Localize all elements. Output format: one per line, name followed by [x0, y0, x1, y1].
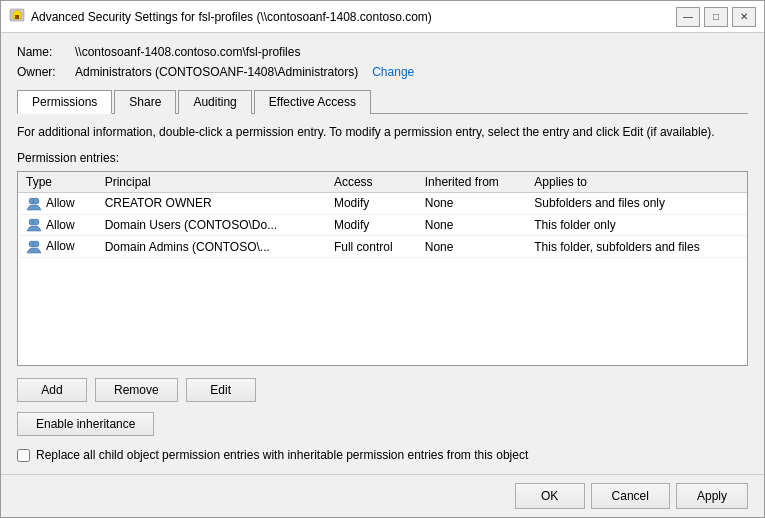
cell-appliesTo: Subfolders and files only: [526, 192, 747, 214]
col-access: Access: [326, 172, 417, 193]
table-row[interactable]: AllowDomain Users (CONTOSO\Do...ModifyNo…: [18, 214, 747, 236]
table-row[interactable]: AllowCREATOR OWNERModifyNoneSubfolders a…: [18, 192, 747, 214]
cell-principal: CREATOR OWNER: [97, 192, 326, 214]
inheritance-row: Enable inheritance: [17, 412, 748, 436]
cell-principal: Domain Admins (CONTOSO\...: [97, 236, 326, 258]
cell-access: Full control: [326, 236, 417, 258]
cell-type: Allow: [18, 214, 97, 236]
table-row[interactable]: AllowDomain Admins (CONTOSO\...Full cont…: [18, 236, 747, 258]
svg-point-7: [33, 241, 39, 247]
minimize-button[interactable]: —: [676, 7, 700, 27]
cell-access: Modify: [326, 192, 417, 214]
dialog-content: Name: \\contosoanf-1408.contoso.com\fsl-…: [1, 33, 764, 474]
cell-inheritedFrom: None: [417, 214, 527, 236]
ok-button[interactable]: OK: [515, 483, 585, 509]
title-bar: Advanced Security Settings for fsl-profi…: [1, 1, 764, 33]
cell-principal: Domain Users (CONTOSO\Do...: [97, 214, 326, 236]
permission-table: Type Principal Access Inherited from App…: [18, 172, 747, 258]
title-bar-left: Advanced Security Settings for fsl-profi…: [9, 7, 432, 26]
col-applies: Applies to: [526, 172, 747, 193]
permission-table-wrapper: Type Principal Access Inherited from App…: [17, 171, 748, 366]
cell-inheritedFrom: None: [417, 236, 527, 258]
cell-type: Allow: [18, 192, 97, 214]
maximize-button[interactable]: □: [704, 7, 728, 27]
tab-effective-access[interactable]: Effective Access: [254, 90, 371, 114]
cell-type: Allow: [18, 236, 97, 258]
permission-entries-label: Permission entries:: [17, 151, 748, 165]
replace-permissions-checkbox[interactable]: [17, 449, 30, 462]
cell-inheritedFrom: None: [417, 192, 527, 214]
description-text: For additional information, double-click…: [17, 124, 748, 141]
enable-inheritance-button[interactable]: Enable inheritance: [17, 412, 154, 436]
tab-auditing[interactable]: Auditing: [178, 90, 251, 114]
cell-access: Modify: [326, 214, 417, 236]
tab-share[interactable]: Share: [114, 90, 176, 114]
name-label: Name:: [17, 45, 67, 59]
svg-rect-1: [15, 15, 19, 19]
svg-point-3: [33, 198, 39, 204]
window-icon: [9, 7, 25, 26]
change-owner-link[interactable]: Change: [372, 65, 414, 79]
window-title: Advanced Security Settings for fsl-profi…: [31, 10, 432, 24]
owner-label: Owner:: [17, 65, 67, 79]
owner-row: Owner: Administrators (CONTOSOANF-1408\A…: [17, 65, 748, 79]
table-header-row: Type Principal Access Inherited from App…: [18, 172, 747, 193]
name-row: Name: \\contosoanf-1408.contoso.com\fsl-…: [17, 45, 748, 59]
tab-permissions[interactable]: Permissions: [17, 90, 112, 114]
close-button[interactable]: ✕: [732, 7, 756, 27]
checkbox-row: Replace all child object permission entr…: [17, 448, 748, 462]
owner-value: Administrators (CONTOSOANF-1408\Administ…: [75, 65, 358, 79]
checkbox-label: Replace all child object permission entr…: [36, 448, 528, 462]
svg-point-5: [33, 219, 39, 225]
remove-button[interactable]: Remove: [95, 378, 178, 402]
edit-button[interactable]: Edit: [186, 378, 256, 402]
apply-button[interactable]: Apply: [676, 483, 748, 509]
main-window: Advanced Security Settings for fsl-profi…: [0, 0, 765, 518]
cell-appliesTo: This folder, subfolders and files: [526, 236, 747, 258]
cell-appliesTo: This folder only: [526, 214, 747, 236]
action-buttons-row: Add Remove Edit: [17, 378, 748, 402]
title-controls: — □ ✕: [676, 7, 756, 27]
col-type: Type: [18, 172, 97, 193]
cancel-button[interactable]: Cancel: [591, 483, 670, 509]
col-principal: Principal: [97, 172, 326, 193]
name-value: \\contosoanf-1408.contoso.com\fsl-profil…: [75, 45, 300, 59]
col-inherited: Inherited from: [417, 172, 527, 193]
add-button[interactable]: Add: [17, 378, 87, 402]
tab-bar: Permissions Share Auditing Effective Acc…: [17, 89, 748, 114]
bottom-buttons: OK Cancel Apply: [1, 474, 764, 517]
